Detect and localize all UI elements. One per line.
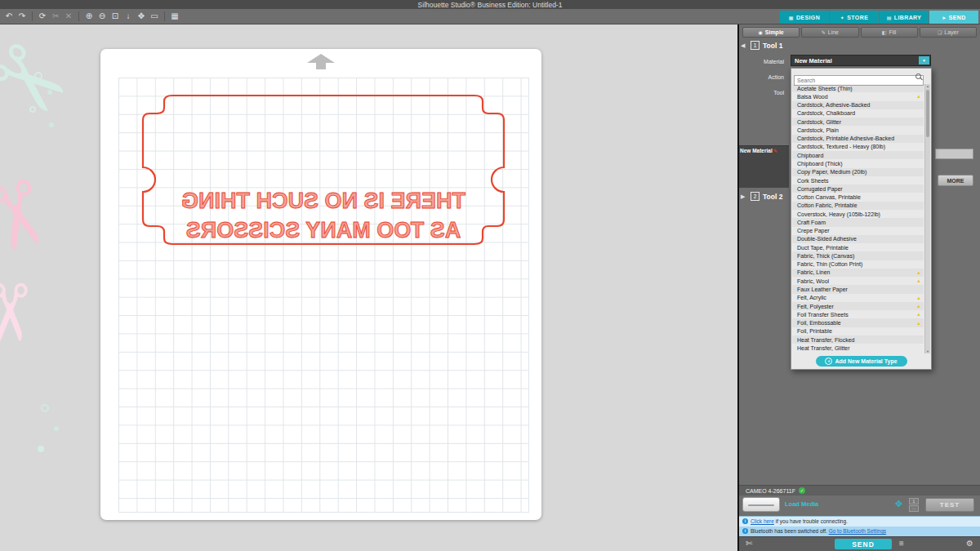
material-item[interactable]: Fabric, Thick (Canvas) <box>792 251 924 260</box>
tab-send[interactable]: ➤SEND <box>929 11 978 24</box>
material-item[interactable]: Heat Transfer, Glitter <box>792 344 924 352</box>
move-tool-icon[interactable]: ✥ <box>895 499 902 509</box>
material-dropdown-value: New Material <box>795 57 832 64</box>
design-text-line2[interactable]: AS TOO MANY SCISSORS <box>186 218 461 242</box>
grid-options-icon[interactable]: ▦ <box>169 10 180 23</box>
dropdown-scrollbar[interactable]: ▲ ▼ <box>924 84 930 353</box>
mode-tab-layer[interactable]: ❏Layer <box>920 27 977 38</box>
drag-zoom-icon[interactable]: ↓ <box>122 10 134 23</box>
settings-gear-icon[interactable]: ⚙ <box>966 539 973 548</box>
connected-check-icon: ✓ <box>799 487 805 494</box>
scrollbar-thumb[interactable] <box>926 90 929 137</box>
pan-icon[interactable]: ✥ <box>136 10 147 23</box>
scroll-up-icon[interactable]: ▲ <box>925 84 930 88</box>
material-item[interactable]: Cardstock, Textured - Heavy (80lb) <box>792 143 924 151</box>
canvas-area[interactable]: ✂✂✂ THERE IS NO SUCH THING AS TOO MANY S… <box>0 24 737 551</box>
scroll-down-icon[interactable]: ▼ <box>925 349 930 353</box>
material-item[interactable]: Fabric, Linen▲ <box>792 269 924 277</box>
connection-notice: i Click here if you have trouble connect… <box>739 516 980 527</box>
zoom-out-icon[interactable]: ⊖ <box>96 10 108 23</box>
material-item[interactable]: Cotton Canvas, Printable <box>792 193 924 201</box>
tab-label: DESIGN <box>796 15 820 20</box>
material-item[interactable]: Cardstock, Adhesive-Backed <box>792 101 924 109</box>
zoom-selection-icon[interactable]: ⊡ <box>109 10 121 23</box>
material-item[interactable]: Foil, Printable <box>792 327 924 335</box>
more-button[interactable]: MORE <box>938 175 973 186</box>
tab-design[interactable]: ▦DESIGN <box>780 11 829 24</box>
undo-icon[interactable]: ↶ <box>3 10 15 23</box>
tab-library[interactable]: ▤LIBRARY <box>880 11 929 24</box>
tab-store[interactable]: ✦STORE <box>830 11 879 24</box>
collapse-icon[interactable]: ◀ <box>741 42 747 49</box>
material-item-label: Felt, Polyester <box>797 304 834 309</box>
material-dropdown[interactable]: New Material ▼ <box>791 55 931 66</box>
cut-tool-icon[interactable]: ✂ <box>50 10 61 23</box>
material-item[interactable]: Fabric, Wool▲ <box>792 277 924 285</box>
edit-material-icon[interactable]: ✎ <box>773 149 777 153</box>
cut-design[interactable]: THERE IS NO SUCH THING AS TOO MANY SCISS… <box>100 49 541 520</box>
toolbar-separator <box>32 11 33 21</box>
send-panel: ◉Simple✎Line◧Fill❏Layer ◀ 1 Tool 1 Mater… <box>737 24 980 551</box>
load-media-button[interactable]: Load Media <box>785 500 818 508</box>
decor-dot <box>29 106 36 113</box>
material-item[interactable]: Faux Leather Paper <box>792 285 924 293</box>
material-item[interactable]: Balsa Wood▲ <box>792 92 924 100</box>
tool1-header[interactable]: ◀ 1 Tool 1 <box>739 39 980 51</box>
material-item[interactable]: Cotton Fabric, Printable <box>792 202 924 210</box>
material-item[interactable]: Duct Tape, Printable <box>792 243 924 251</box>
material-item-label: Chipboard <box>797 153 823 158</box>
material-item[interactable]: Craft Foam <box>792 218 924 226</box>
material-item[interactable]: Fabric, Thin (Cotton Print) <box>792 260 924 269</box>
click-here-link[interactable]: Click here <box>751 518 774 524</box>
mode-tab-fill[interactable]: ◧Fill <box>861 27 918 38</box>
material-item[interactable]: Foil Transfer Sheets▲ <box>792 310 924 318</box>
send-button[interactable]: SEND <box>835 539 892 549</box>
material-item[interactable]: Crepe Paper <box>792 227 924 235</box>
add-material-button[interactable]: + Add New Material Type <box>816 356 907 367</box>
material-item-label: Balsa Wood <box>797 94 828 100</box>
material-item[interactable]: Copy Paper, Medium (20lb) <box>792 168 924 176</box>
dropdown-arrow-icon[interactable]: ▼ <box>919 56 929 64</box>
redo-icon[interactable]: ↷ <box>16 10 28 23</box>
material-item-label: Chipboard (Thick) <box>797 161 843 167</box>
material-item[interactable]: Cardstock, Plain <box>792 126 924 134</box>
material-item[interactable]: Cork Sheets <box>792 176 924 184</box>
material-item[interactable]: Felt, Polyester▲ <box>792 302 924 310</box>
rotate-view-icon[interactable]: ⟳ <box>37 10 48 23</box>
warning-icon: ▲ <box>916 295 921 300</box>
mode-tab-simple[interactable]: ◉Simple <box>742 27 800 38</box>
material-item-label: Duct Tape, Printable <box>797 245 849 251</box>
test-button[interactable]: TEST <box>925 498 974 512</box>
material-item[interactable]: Cardstock, Printable Adhesive-Backed <box>792 135 924 143</box>
material-item[interactable]: Cardstock, Chalkboard <box>792 109 924 118</box>
material-item[interactable]: Coverstock, Heavy (105lb-122lb) <box>792 210 924 218</box>
design-text-line1[interactable]: THERE IS NO SUCH THING <box>181 189 466 213</box>
mode-tab-line[interactable]: ✎Line <box>801 27 858 38</box>
machine-slot <box>748 504 774 506</box>
design-page[interactable]: THERE IS NO SUCH THING AS TOO MANY SCISS… <box>100 49 541 520</box>
job-queue-icon[interactable]: ≡ <box>899 539 904 548</box>
material-item[interactable]: Felt, Acrylic▲ <box>792 294 924 302</box>
material-item[interactable]: Acetate Sheets (Thin) <box>792 84 924 92</box>
material-item[interactable]: Chipboard (Thick) <box>792 159 924 167</box>
material-item[interactable]: Double-Sided Adhesive <box>792 235 924 243</box>
material-item[interactable]: Chipboard <box>792 151 924 159</box>
material-item[interactable]: Foil, Embossable▲ <box>792 318 924 327</box>
material-item-label: Felt, Acrylic <box>797 295 826 300</box>
material-item[interactable]: Heat Transfer, Flocked <box>792 335 924 344</box>
delete-icon[interactable]: ✕ <box>63 10 74 23</box>
fit-page-icon[interactable]: ▭ <box>149 10 160 23</box>
material-item[interactable]: Cardstock, Glitter <box>792 118 924 126</box>
expand-icon[interactable]: ▶ <box>741 193 747 200</box>
blade-settings-icon[interactable]: ✄ <box>746 539 752 548</box>
zoom-in-icon[interactable]: ⊕ <box>83 10 95 23</box>
material-item-label: Faux Leather Paper <box>797 287 848 292</box>
material-item[interactable]: Corrugated Paper <box>792 184 924 193</box>
bluetooth-settings-link[interactable]: Go to Bluetooth Settings <box>829 528 886 534</box>
toolbar-separator <box>164 11 165 21</box>
warning-icon: ▲ <box>916 312 921 317</box>
selected-material-label: New Material <box>740 148 773 153</box>
material-item-label: Cotton Canvas, Printable <box>797 194 861 200</box>
tool1-badge: 1 <box>751 41 760 50</box>
toolbar-icons: ↶↷⟳✂✕⊕⊖⊡↓✥▭▦ <box>0 10 180 23</box>
